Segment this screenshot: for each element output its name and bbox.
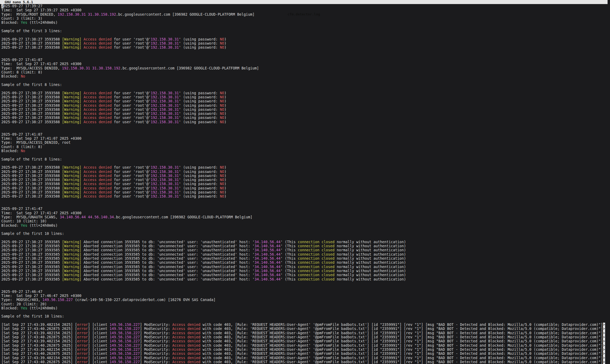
log-sample-line[interactable]: 2025-09-27 17:38:27 3593585 [Warning] Ab…	[1, 252, 610, 256]
log-sample-line[interactable]: 2025-09-27 17:38:27 3593585 [Warning] Ab…	[1, 277, 610, 281]
event-blocked-line[interactable]: Blocked: Yes (ttl=24h0m0s)	[1, 21, 610, 25]
blank-line[interactable]	[1, 236, 610, 240]
log-sample-line[interactable]: 2025-09-27 17:38:27 3593588 [Warning] Ac…	[1, 178, 610, 182]
event-type-line[interactable]: Type: MYSQL/ACCESS_DENIED, 192.158.30.31…	[1, 66, 610, 70]
blank-line[interactable]	[1, 54, 610, 58]
editor-area[interactable]: 2025-09-27 17:39:27Time: Sat Sep 27 17:3…	[0, 4, 610, 364]
log-segment: ] ModSecurity:	[140, 331, 172, 335]
log-sample-line[interactable]: [Sat Sep 27 17:43:39.482154 2025] [error…	[1, 323, 610, 327]
event-count-line[interactable]: Count: 8 (limit: 8)	[1, 70, 610, 74]
log-segment: ] ModSecurity:	[140, 348, 172, 352]
log-sample-line[interactable]: 2025-09-27 17:38:27 3593585 [Warning] Ab…	[1, 273, 610, 277]
event-header-timestamp[interactable]: 2025-09-27 17:41:07	[1, 132, 610, 136]
log-segment: ' (This	[281, 240, 298, 244]
event-header-timestamp[interactable]: 2025-09-27 17:41:07	[1, 58, 610, 62]
log-sample-line[interactable]: 2025-09-27 17:38:27 3593585 [Warning] Ab…	[1, 244, 610, 248]
event-count-line[interactable]: Count: 8 (limit: 8)	[1, 145, 610, 149]
blank-line[interactable]	[1, 124, 610, 128]
blank-line[interactable]	[1, 25, 610, 29]
log-sample-line[interactable]: [Sat Sep 27 17:43:40.262875 2025] [error…	[1, 352, 610, 356]
blank-line[interactable]	[1, 33, 610, 37]
log-sample-line[interactable]: 2025-09-27 17:38:27 3593585 [Warning] Ab…	[1, 256, 610, 261]
event-time-line[interactable]: Time: Sat Sep 27 17:41:47 2025 +0300	[1, 211, 610, 215]
event-count-line[interactable]: Count: 10 (limit: 10)	[1, 219, 610, 223]
log-segment: 2025-09-27 17:38:27 3593588	[1, 194, 62, 198]
log-sample-line[interactable]: 2025-09-27 17:38:27 3593588 [Warning] Ac…	[1, 165, 610, 169]
sample-intro-line[interactable]: Sample of the first 10 lines:	[1, 314, 610, 318]
log-sample-line[interactable]: [Sat Sep 27 17:43:39.482154 2025] [error…	[1, 356, 610, 360]
log-sample-line[interactable]: 2025-09-27 17:38:27 3593585 [Warning] Ab…	[1, 240, 610, 244]
blank-line[interactable]	[1, 161, 610, 165]
log-segment: Access denied	[84, 91, 112, 95]
log-sample-line[interactable]: 2025-09-27 17:38:27 3593588 [Warning] Ac…	[1, 186, 610, 190]
blank-line[interactable]	[1, 87, 610, 91]
log-sample-line[interactable]: 2025-09-27 17:38:27 3593588 [Warning] Ac…	[1, 37, 610, 41]
event-blocked-line[interactable]: Blocked: Yes (ttl=24h0m0s)	[1, 306, 610, 310]
log-sample-line[interactable]: [Sat Sep 27 17:43:40.262875 2025] [error…	[1, 360, 610, 364]
sample-intro-line[interactable]: Sample of the first 10 lines:	[1, 232, 610, 236]
log-segment: [Warning]	[62, 37, 81, 41]
event-type-line[interactable]: Type: MYSQL/ACCESS_DENIED, root	[1, 141, 610, 145]
log-sample-line[interactable]: 2025-09-27 17:38:27 3593588 [Warning] Ac…	[1, 108, 610, 112]
event-header-timestamp[interactable]: 2025-09-27 17:46:47	[1, 290, 610, 294]
log-segment: error	[77, 356, 88, 360]
event-blocked-line[interactable]: Blocked: No	[1, 149, 610, 153]
log-sample-line[interactable]: 2025-09-27 17:38:27 3593588 [Warning] Ac…	[1, 45, 610, 49]
log-sample-line[interactable]: 2025-09-27 17:38:27 3593588 [Warning] Ac…	[1, 190, 610, 194]
log-sample-line[interactable]: 2025-09-27 17:38:27 3593588 [Warning] Ac…	[1, 99, 610, 103]
log-segment: ] ModSecurity:	[140, 323, 172, 327]
log-sample-line[interactable]: 2025-09-27 17:38:27 3593588 [Warning] Ac…	[1, 41, 610, 45]
blank-line[interactable]	[1, 285, 610, 289]
log-sample-line[interactable]: [Sat Sep 27 17:43:40.262875 2025] [error…	[1, 335, 610, 339]
log-sample-line[interactable]: 2025-09-27 17:38:27 3593585 [Warning] Ab…	[1, 265, 610, 269]
log-sample-line[interactable]: 2025-09-27 17:38:27 3593588 [Warning] Ac…	[1, 112, 610, 116]
log-sample-line[interactable]: 2025-09-27 17:38:27 3593588 [Warning] Ac…	[1, 95, 610, 99]
log-sample-line[interactable]: [Sat Sep 27 17:43:40.262875 2025] [error…	[1, 343, 610, 348]
log-sample-line[interactable]: 2025-09-27 17:38:27 3593588 [Warning] Ac…	[1, 91, 610, 95]
event-count-line[interactable]: Count: 20 (limit: 20)	[1, 302, 610, 306]
event-type-line[interactable]: Type: MYSQL/UNAUTH_SCANS, 34.140.56.44 4…	[1, 215, 610, 219]
event-time-line[interactable]: Time: Sat Sep 27 17:46:47 2025 +0300	[1, 294, 610, 298]
log-sample-line[interactable]: 2025-09-27 17:38:27 3593585 [Warning] Ab…	[1, 269, 610, 273]
sample-intro-line[interactable]: Sample of the first 3 lines:	[1, 29, 610, 33]
event-header-timestamp[interactable]: 2025-09-27 17:41:47	[1, 207, 610, 211]
log-segment: [Warning]	[62, 170, 81, 174]
log-segment: )	[224, 190, 226, 194]
log-segment: [Sat Sep 27 17:43:40.262875 2025] [	[1, 335, 77, 339]
log-sample-line[interactable]: 2025-09-27 17:38:27 3593588 [Warning] Ac…	[1, 170, 610, 174]
blank-line[interactable]	[1, 153, 610, 157]
log-segment: NO	[220, 182, 224, 186]
blank-line[interactable]	[1, 319, 610, 323]
event-time-line[interactable]: Time: Sat Sep 27 17:41:07 2025 +0300	[1, 136, 610, 141]
log-sample-line[interactable]: 2025-09-27 17:38:27 3593588 [Warning] Ac…	[1, 174, 610, 178]
log-sample-line[interactable]: 2025-09-27 17:38:27 3593588 [Warning] Ac…	[1, 182, 610, 186]
log-sample-line[interactable]: 2025-09-27 17:38:27 3593585 [Warning] Ab…	[1, 248, 610, 252]
log-sample-line[interactable]: [Sat Sep 27 17:43:39.482154 2025] [error…	[1, 331, 610, 335]
log-sample-line[interactable]: 2025-09-27 17:38:27 3593588 [Warning] Ac…	[1, 116, 610, 120]
sample-intro-line[interactable]: Sample of the first 8 lines:	[1, 83, 610, 87]
log-sample-line[interactable]: 2025-09-27 17:38:27 3593585 [Warning] Ab…	[1, 261, 610, 265]
event-blocked-line[interactable]: Blocked: No	[1, 74, 610, 78]
blank-line[interactable]	[1, 49, 610, 54]
log-segment: NO	[220, 190, 224, 194]
log-sample-line[interactable]: [Sat Sep 27 17:43:40.262875 2025] [error…	[1, 327, 610, 331]
log-segment: Access denied	[172, 335, 200, 339]
blank-line[interactable]	[1, 228, 610, 232]
log-segment: 149.56.150.227	[42, 298, 73, 302]
blank-line[interactable]	[1, 79, 610, 83]
blank-line[interactable]	[1, 128, 610, 132]
log-sample-line[interactable]: 2025-09-27 17:38:27 3593588 [Warning] Ac…	[1, 194, 610, 198]
log-sample-line[interactable]: 2025-09-27 17:38:27 3593588 [Warning] Ac…	[1, 103, 610, 108]
blank-line[interactable]	[1, 203, 610, 207]
blank-line[interactable]	[1, 310, 610, 314]
log-sample-line[interactable]: [Sat Sep 27 17:43:39.482154 2025] [error…	[1, 348, 610, 352]
log-segment: Time: Sat Sep 27 17:41:47 2025 +0300	[1, 211, 81, 215]
blank-line[interactable]	[1, 199, 610, 203]
event-time-line[interactable]: Time: Sat Sep 27 17:41:07 2025 +0300	[1, 62, 610, 66]
event-blocked-line[interactable]: Blocked: Yes (ttl=24h0m0s)	[1, 223, 610, 228]
blank-line[interactable]	[1, 281, 610, 285]
sample-intro-line[interactable]: Sample of the first 8 lines:	[1, 157, 610, 161]
log-sample-line[interactable]: 2025-09-27 17:38:27 3593588 [Warning] Ac…	[1, 120, 610, 124]
event-type-line[interactable]: Type: MODSEC/403, 149.56.150.227 (crawl-…	[1, 298, 610, 302]
log-sample-line[interactable]: [Sat Sep 27 17:43:39.482154 2025] [error…	[1, 339, 610, 343]
